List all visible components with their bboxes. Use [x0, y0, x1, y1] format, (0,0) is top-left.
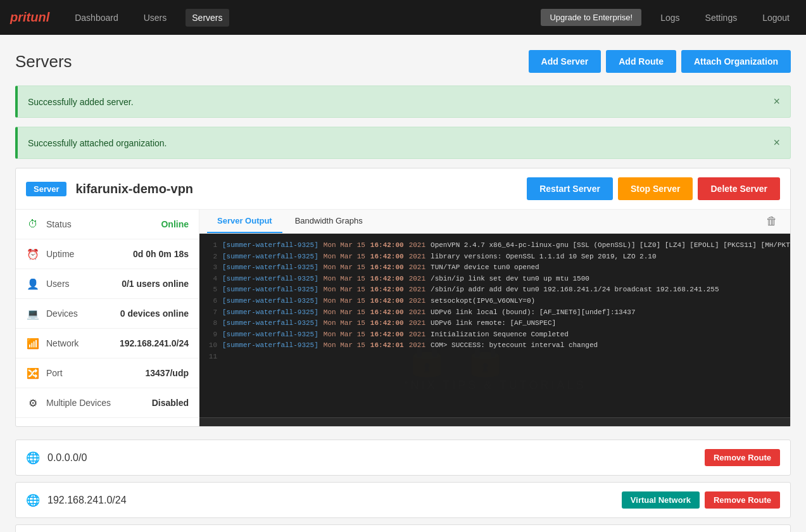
server-card-body: ⏱ Status Online ⏰ Uptime 0d 0h 0m 18s 👤 …: [16, 210, 790, 426]
alert-server-close[interactable]: ×: [773, 95, 780, 108]
port-icon: 🔀: [26, 366, 40, 380]
devices-icon: 💻: [26, 307, 40, 320]
uptime-icon: ⏰: [26, 247, 40, 261]
terminal-line: 2 [summer-waterfall-9325] Mon Mar 15 16:…: [206, 251, 784, 263]
stop-server-button[interactable]: Stop Server: [618, 177, 693, 200]
sidebar-devices: 💻 Devices 0 devices online: [16, 299, 199, 329]
server-sidebar: ⏱ Status Online ⏰ Uptime 0d 0h 0m 18s 👤 …: [16, 210, 199, 426]
terminal-line: 10 [summer-waterfall-9325] Mon Mar 15 16…: [206, 340, 784, 352]
sidebar-multiple-devices-label: Multiple Devices: [46, 398, 152, 408]
page-header: Servers Add Server Add Route Attach Orga…: [15, 50, 791, 73]
server-name: kifarunix-demo-vpn: [75, 182, 522, 196]
sidebar-users-label: Users: [46, 279, 122, 289]
add-route-button[interactable]: Add Route: [606, 50, 676, 73]
sidebar-multiple-devices: ⚙ Multiple Devices Disabled: [16, 388, 199, 418]
page-content: Servers Add Server Add Route Attach Orga…: [0, 35, 806, 532]
route-row-1: 🌐 0.0.0.0/0 Remove Route: [15, 440, 791, 476]
users-icon: 👤: [26, 277, 40, 291]
terminal-line: 5 [summer-waterfall-9325] Mon Mar 15 16:…: [206, 284, 784, 296]
server-card: Server kifarunix-demo-vpn Restart Server…: [15, 168, 791, 427]
sidebar-network-label: Network: [46, 338, 120, 348]
sidebar-status-value: Online: [161, 219, 189, 229]
navbar: pritunl Dashboard Users Servers Upgrade …: [0, 0, 806, 35]
sidebar-uptime: ⏰ Uptime 0d 0h 0m 18s: [16, 239, 199, 269]
tab-server-output[interactable]: Server Output: [207, 210, 282, 233]
nav-users[interactable]: Users: [137, 9, 173, 27]
delete-server-button[interactable]: Delete Server: [698, 177, 780, 200]
attach-organization-button[interactable]: Attach Organization: [681, 50, 791, 73]
terminal-line: 6 [summer-waterfall-9325] Mon Mar 15 16:…: [206, 296, 784, 307]
server-badge: Server: [26, 182, 66, 196]
server-main: Server Output Bandwidth Graphs 🗑 🔒 🔒 *NI…: [199, 210, 790, 426]
sidebar-users-value: 0/1 users online: [122, 279, 189, 289]
sidebar-devices-value: 0 devices online: [120, 308, 189, 319]
sidebar-users: 👤 Users 0/1 users online: [16, 269, 199, 299]
sidebar-port-value: 13437/udp: [146, 368, 189, 378]
network-icon: 📶: [26, 336, 40, 350]
nav-logs[interactable]: Logs: [654, 9, 686, 27]
status-icon: ⏱: [26, 217, 40, 231]
remove-route-2-button[interactable]: Remove Route: [705, 491, 780, 509]
terminal-line: 7 [summer-waterfall-9325] Mon Mar 15 16:…: [206, 307, 784, 319]
terminal-line: 9 [summer-waterfall-9325] Mon Mar 15 16:…: [206, 329, 784, 341]
terminal-line: 11: [206, 352, 784, 363]
terminal-line: 3 [summer-waterfall-9325] Mon Mar 15 16:…: [206, 262, 784, 274]
alert-org-message: Successfully attached organization.: [28, 138, 167, 148]
alert-org-attached: Successfully attached organization. ×: [15, 127, 791, 159]
terminal-line: 4 [summer-waterfall-9325] Mon Mar 15 16:…: [206, 274, 784, 285]
nav-settings[interactable]: Settings: [699, 9, 744, 27]
route-row-2: 🌐 192.168.241.0/24 Virtual Network Remov…: [15, 482, 791, 518]
nav-logout[interactable]: Logout: [756, 9, 796, 27]
sidebar-uptime-value: 0d 0h 0m 18s: [133, 249, 189, 259]
sidebar-network: 📶 Network 192.168.241.0/24: [16, 329, 199, 358]
tab-bandwidth-graphs[interactable]: Bandwidth Graphs: [285, 210, 373, 233]
brand-text: pritunl: [10, 10, 49, 24]
org-row: ♟ kifarunix-demo.com Detach Organization: [15, 524, 791, 532]
sidebar-port: 🔀 Port 13437/udp: [16, 358, 199, 388]
alert-org-close[interactable]: ×: [773, 136, 780, 149]
terminal-output: 🔒 🔒 *NIX TIPS & TUTORIALS 1 [summer-wate…: [199, 234, 790, 417]
terminal-line: 1 [summer-waterfall-9325] Mon Mar 15 16:…: [206, 240, 784, 251]
brand-logo: pritunl: [10, 10, 49, 25]
terminal-scrollbar[interactable]: [199, 417, 790, 426]
nav-dashboard[interactable]: Dashboard: [68, 9, 125, 27]
nav-servers[interactable]: Servers: [186, 9, 229, 27]
terminal-line: 8 [summer-waterfall-9325] Mon Mar 15 16:…: [206, 318, 784, 329]
sidebar-port-label: Port: [46, 368, 146, 378]
remove-route-1-button[interactable]: Remove Route: [705, 449, 780, 466]
virtual-network-button[interactable]: Virtual Network: [622, 491, 700, 509]
add-server-button[interactable]: Add Server: [529, 50, 601, 73]
sidebar-multiple-devices-value: Disabled: [152, 398, 189, 408]
sidebar-uptime-label: Uptime: [46, 249, 133, 259]
page-title: Servers: [15, 52, 524, 72]
alert-server-added: Successfully added server. ×: [15, 86, 791, 118]
route-2-address: 192.168.241.0/24: [47, 495, 617, 506]
sidebar-network-value: 192.168.241.0/24: [120, 338, 189, 348]
route-1-icon: 🌐: [26, 451, 40, 465]
tabs-bar: Server Output Bandwidth Graphs 🗑: [199, 210, 790, 234]
multiple-devices-icon: ⚙: [26, 396, 40, 410]
upgrade-button[interactable]: Upgrade to Enterprise!: [541, 9, 641, 26]
server-card-header: Server kifarunix-demo-vpn Restart Server…: [16, 168, 790, 210]
sidebar-status: ⏱ Status Online: [16, 210, 199, 239]
restart-server-button[interactable]: Restart Server: [527, 177, 613, 200]
sidebar-status-label: Status: [46, 219, 161, 229]
alert-server-message: Successfully added server.: [28, 97, 134, 107]
route-2-icon: 🌐: [26, 493, 40, 507]
route-1-address: 0.0.0.0/0: [47, 452, 700, 464]
clear-terminal-icon[interactable]: 🗑: [761, 212, 783, 231]
sidebar-devices-label: Devices: [46, 308, 120, 319]
